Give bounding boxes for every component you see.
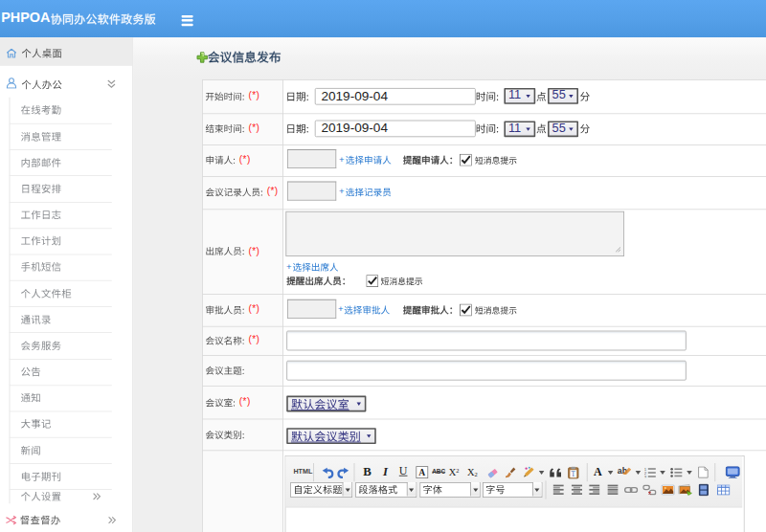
svg-text:3: 3 [644,475,647,477]
svg-text:T: T [572,471,576,478]
